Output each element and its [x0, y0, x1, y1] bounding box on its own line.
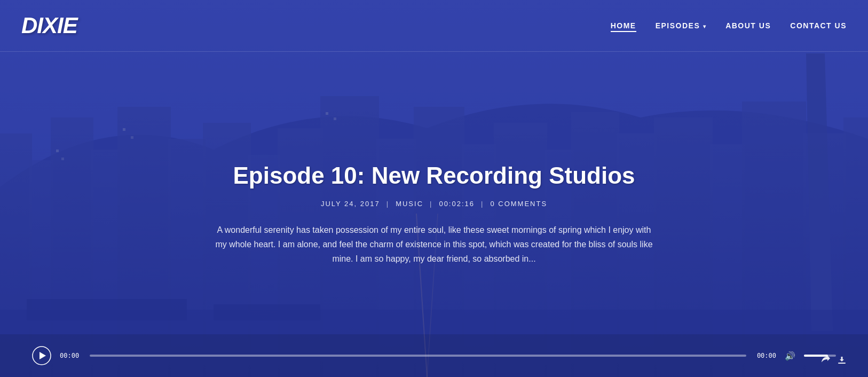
nav-link-contact[interactable]: CONTACT US — [790, 21, 847, 32]
episode-date: JULY 24, 2017 — [321, 200, 380, 208]
nav-link-episodes[interactable]: EPISODES ▾ — [656, 21, 706, 32]
episode-comments: 0 COMMENTS — [490, 200, 547, 208]
episode-meta: JULY 24, 2017 | MUSIC | 00:02:16 | 0 COM… — [321, 200, 547, 208]
nav-link-home[interactable]: HOME — [611, 21, 636, 32]
dropdown-arrow-icon: ▾ — [703, 23, 707, 29]
nav-episodes-label: EPISODES — [656, 21, 700, 30]
download-icon — [837, 355, 847, 365]
share-button[interactable] — [821, 355, 831, 367]
nav-item-about[interactable]: ABOUT US — [725, 21, 771, 30]
total-time: 00:00 — [755, 352, 776, 359]
audio-player: 00:00 00:00 🔊 — [0, 334, 868, 377]
episode-duration: 00:02:16 — [439, 200, 475, 208]
play-button[interactable] — [32, 346, 51, 365]
meta-separator-1: | — [386, 200, 389, 208]
episode-title: Episode 10: New Recording Studios — [233, 162, 635, 189]
hero-section: Dixie HOME EPISODES ▾ ABOUT US CONTACT U… — [0, 0, 868, 377]
nav-link-about[interactable]: ABOUT US — [725, 21, 771, 32]
player-extras — [821, 355, 847, 367]
episode-description: A wonderful serenity has taken possessio… — [215, 223, 653, 266]
nav-divider — [0, 51, 868, 52]
nav-item-episodes[interactable]: EPISODES ▾ — [656, 21, 706, 30]
download-button[interactable] — [837, 355, 847, 367]
nav-menu: HOME EPISODES ▾ ABOUT US CONTACT US — [611, 21, 847, 30]
logo-text: Dixie — [21, 13, 77, 38]
episode-category: MUSIC — [396, 200, 423, 208]
volume-icon[interactable]: 🔊 — [785, 351, 795, 361]
meta-separator-3: | — [481, 200, 484, 208]
current-time: 00:00 — [60, 352, 81, 359]
svg-rect-35 — [838, 363, 846, 364]
nav-item-contact[interactable]: CONTACT US — [790, 21, 847, 30]
nav-item-home[interactable]: HOME — [611, 21, 636, 30]
episode-content: Episode 10: New Recording Studios JULY 2… — [0, 73, 868, 377]
progress-bar[interactable] — [90, 355, 746, 357]
navbar: Dixie HOME EPISODES ▾ ABOUT US CONTACT U… — [0, 0, 868, 51]
meta-separator-2: | — [430, 200, 432, 208]
play-icon — [32, 346, 51, 365]
site-logo[interactable]: Dixie — [21, 13, 77, 38]
share-icon — [821, 355, 831, 365]
